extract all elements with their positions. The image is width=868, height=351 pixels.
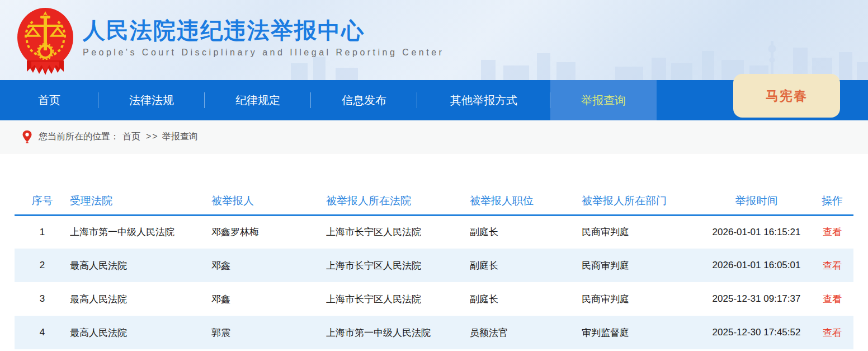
view-link[interactable]: 查看 bbox=[823, 294, 842, 305]
col-header-reported-person-department: 被举报人所在部门 bbox=[582, 188, 702, 215]
breadcrumb-current: 举报查询 bbox=[162, 131, 198, 143]
department-cell: 民商审判庭 bbox=[582, 282, 702, 316]
accepting-court-cell: 上海市第一中级人民法院 bbox=[70, 215, 211, 249]
table-row: 1 上海市第一中级人民法院 邓鑫罗林梅 上海市长宁区人民法院 副庭长 民商审判庭… bbox=[15, 215, 853, 249]
table-header-row: 序号 受理法院 被举报人 被举报人所在法院 被举报人职位 被举报人所在部门 举报… bbox=[15, 188, 853, 215]
department-cell: 审判监督庭 bbox=[582, 316, 702, 349]
site-title: 人民法院违纪违法举报中心 bbox=[83, 17, 444, 43]
col-header-operation: 操作 bbox=[811, 188, 853, 215]
report-query-table-section: 序号 受理法院 被举报人 被举报人所在法院 被举报人职位 被举报人所在部门 举报… bbox=[0, 188, 868, 349]
location-pin-icon bbox=[22, 130, 32, 143]
table-row: 2 最高人民法院 邓鑫 上海市长宁区人民法院 副庭长 民商审判庭 2026-01… bbox=[15, 249, 853, 282]
main-nav: 首页 法律法规 纪律规定 信息发布 其他举报方式 举报查询 马宪春 bbox=[0, 80, 868, 120]
department-cell: 民商审判庭 bbox=[582, 249, 702, 282]
col-header-index: 序号 bbox=[15, 188, 70, 215]
accepting-court-cell: 最高人民法院 bbox=[70, 249, 211, 282]
report-table: 序号 受理法院 被举报人 被举报人所在法院 被举报人职位 被举报人所在部门 举报… bbox=[15, 188, 853, 349]
col-header-reported-person-position: 被举报人职位 bbox=[470, 188, 582, 215]
nav-item-report-query[interactable]: 举报查询 bbox=[550, 80, 657, 120]
site-subtitle: People's Court Disciplinary and Illegal … bbox=[83, 48, 444, 58]
col-header-report-time: 举报时间 bbox=[702, 188, 811, 215]
accepting-court-cell: 最高人民法院 bbox=[70, 282, 211, 316]
report-time-cell: 2025-12-31 09:17:37 bbox=[702, 282, 811, 316]
position-cell: 副庭长 bbox=[470, 249, 582, 282]
report-time-cell: 2026-01-01 16:05:01 bbox=[702, 249, 811, 282]
reported-person-court-cell: 上海市长宁区人民法院 bbox=[326, 215, 470, 249]
position-cell: 员额法官 bbox=[470, 316, 582, 349]
view-link[interactable]: 查看 bbox=[823, 327, 842, 338]
col-header-reported-person-court: 被举报人所在法院 bbox=[326, 188, 470, 215]
court-emblem-logo bbox=[16, 6, 75, 77]
row-index: 1 bbox=[15, 215, 70, 249]
reported-person-cell: 邓鑫罗林梅 bbox=[211, 215, 326, 249]
report-time-cell: 2026-01-01 16:15:21 bbox=[702, 215, 811, 249]
breadcrumb: 您当前所在的位置： 首页 >> 举报查询 bbox=[0, 120, 868, 153]
accepting-court-cell: 最高人民法院 bbox=[70, 316, 211, 349]
nav-item-discipline[interactable]: 纪律规定 bbox=[205, 80, 311, 120]
breadcrumb-prefix: 您当前所在的位置： bbox=[39, 131, 119, 143]
reported-person-cell: 郭震 bbox=[211, 316, 326, 349]
breadcrumb-separator: >> bbox=[146, 132, 159, 142]
table-row: 4 最高人民法院 郭震 上海市第一中级人民法院 员额法官 审判监督庭 2025-… bbox=[15, 316, 853, 349]
department-cell: 民商审判庭 bbox=[582, 215, 702, 249]
reported-person-cell: 邓鑫 bbox=[211, 249, 326, 282]
table-row: 3 最高人民法院 邓鑫 上海市长宁区人民法院 副庭长 民商审判庭 2025-12… bbox=[15, 282, 853, 316]
col-header-reported-person: 被举报人 bbox=[211, 188, 326, 215]
nav-item-information[interactable]: 信息发布 bbox=[311, 80, 417, 120]
reported-person-court-cell: 上海市长宁区人民法院 bbox=[326, 282, 470, 316]
user-name-badge[interactable]: 马宪春 bbox=[733, 74, 840, 118]
row-index: 3 bbox=[15, 282, 70, 316]
nav-item-laws[interactable]: 法律法规 bbox=[98, 80, 205, 120]
reported-person-court-cell: 上海市第一中级人民法院 bbox=[326, 316, 470, 349]
breadcrumb-home-link[interactable]: 首页 bbox=[122, 131, 140, 143]
row-index: 2 bbox=[15, 249, 70, 282]
col-header-accepting-court: 受理法院 bbox=[70, 188, 211, 215]
nav-item-home[interactable]: 首页 bbox=[0, 80, 98, 120]
position-cell: 副庭长 bbox=[470, 215, 582, 249]
row-index: 4 bbox=[15, 316, 70, 349]
reported-person-cell: 邓鑫 bbox=[211, 282, 326, 316]
reported-person-court-cell: 上海市长宁区人民法院 bbox=[326, 249, 470, 282]
report-time-cell: 2025-12-30 17:45:52 bbox=[702, 316, 811, 349]
nav-item-other-report-methods[interactable]: 其他举报方式 bbox=[417, 80, 550, 120]
view-link[interactable]: 查看 bbox=[823, 260, 842, 271]
position-cell: 副庭长 bbox=[470, 282, 582, 316]
site-header: 人民法院违纪违法举报中心 People's Court Disciplinary… bbox=[0, 0, 868, 80]
view-link[interactable]: 查看 bbox=[823, 227, 842, 237]
